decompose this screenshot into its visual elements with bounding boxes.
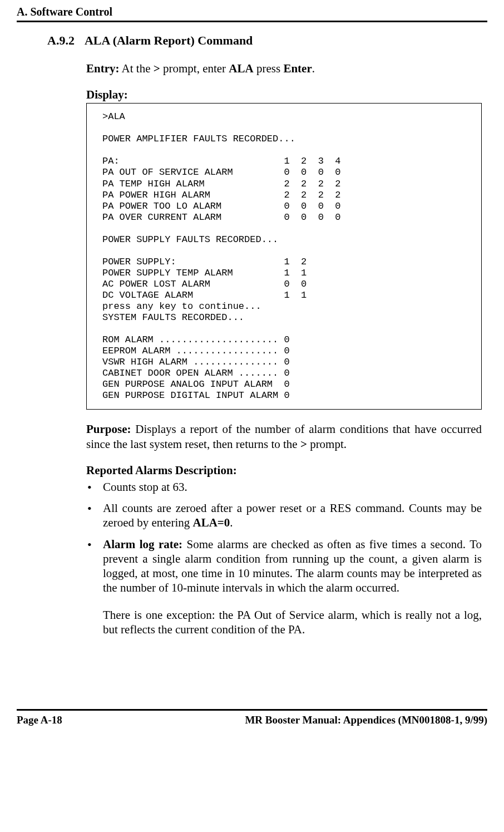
footer-doc-title: MR Booster Manual: Appendices (MN001808-…: [245, 714, 487, 726]
entry-prompt: >: [154, 62, 160, 75]
bullet-text-bold: ALA=0: [193, 516, 230, 529]
entry-key: Enter: [283, 62, 312, 75]
section-title: ALA (Alarm Report) Command: [85, 33, 253, 47]
entry-cmd: ALA: [229, 62, 253, 75]
bullet-text: Counts stop at 63.: [103, 480, 187, 494]
purpose-paragraph: Purpose: Displays a report of the number…: [86, 422, 482, 451]
reported-heading: Reported Alarms Description:: [86, 464, 482, 477]
footer: Page A-18 MR Booster Manual: Appendices …: [17, 714, 487, 726]
display-output-box: >ALA POWER AMPLIFIER FAULTS RECORDED... …: [86, 103, 482, 410]
bullet-text-post: .: [230, 516, 233, 529]
entry-label: Entry:: [86, 62, 120, 75]
entry-text-1: At the: [120, 62, 154, 75]
exception-paragraph: There is one exception: the PA Out of Se…: [103, 608, 482, 637]
display-label: Display:: [86, 88, 482, 102]
purpose-text: Displays a report of the number of alarm…: [86, 422, 482, 450]
purpose-tail: prompt.: [307, 437, 347, 451]
bullet-lead-bold: Alarm log rate:: [103, 538, 182, 551]
running-header: A. Software Control: [17, 6, 487, 21]
entry-line: Entry: At the > prompt, enter ALA press …: [86, 61, 482, 76]
entry-text-4: .: [312, 62, 315, 75]
bullet-list: Counts stop at 63. All counts are zeroed…: [86, 480, 482, 637]
list-item: Alarm log rate: Some alarms are checked …: [86, 537, 482, 637]
entry-text-2: prompt, enter: [160, 62, 229, 75]
footer-rule: [17, 709, 487, 711]
section-heading: A.9.2ALA (Alarm Report) Command: [47, 33, 482, 48]
purpose-label: Purpose:: [86, 422, 131, 436]
bullet-text-pre: All counts are zeroed after a power rese…: [103, 501, 482, 529]
list-item: All counts are zeroed after a power rese…: [86, 501, 482, 530]
entry-text-3: press: [254, 62, 284, 75]
header-rule: [17, 21, 487, 22]
footer-page-number: Page A-18: [17, 714, 62, 726]
purpose-prompt: >: [300, 437, 307, 451]
list-item: Counts stop at 63.: [86, 480, 482, 494]
section-number: A.9.2: [47, 33, 75, 48]
